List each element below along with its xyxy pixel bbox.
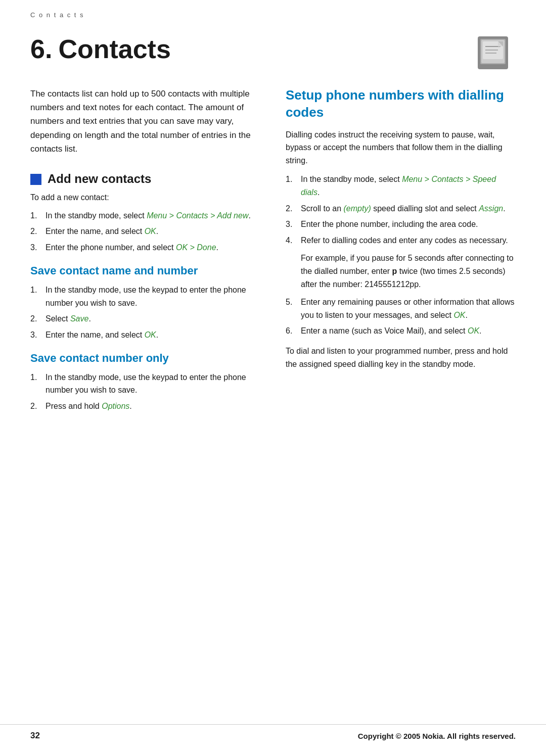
content-area: The contacts list can hold up to 500 con…: [0, 87, 546, 418]
setup-phone-title: Setup phone numbers with dialling codes: [286, 87, 516, 121]
ok-done-link: OK > Done: [176, 243, 216, 252]
add-new-contacts-title: Add new contacts: [48, 172, 151, 186]
chapter-number: 6.: [30, 34, 52, 64]
list-item: 5. Enter any remaining pauses or other i…: [286, 296, 516, 321]
chapter-icon: [475, 34, 516, 72]
list-item: 2. Scroll to an (empty) speed dialling s…: [286, 202, 516, 215]
empty-link: (empty): [343, 204, 371, 213]
footer: 32 Copyright © 2005 Nokia. All rights re…: [0, 724, 546, 741]
list-item: 3. Enter the name, and select OK.: [30, 328, 260, 342]
save-name-number-title: Save contact name and number: [30, 264, 260, 278]
list-item: 6. Enter a name (such as Voice Mail), an…: [286, 324, 516, 338]
chapter-title: Contacts: [58, 34, 170, 64]
ok-link: OK: [145, 227, 156, 235]
setup-phone-steps: 1. In the standby mode, select Menu > Co…: [286, 173, 516, 247]
assign-link: Assign: [479, 204, 503, 213]
list-item: 2. Select Save.: [30, 312, 260, 325]
list-item: 4. Refer to dialling codes and enter any…: [286, 234, 516, 247]
breadcrumb: C o n t a c t s: [0, 0, 546, 24]
list-item: 1. In the standby mode, use the keypad t…: [30, 371, 260, 397]
blue-square-icon: [30, 174, 41, 185]
intro-text: The contacts list can hold up to 500 con…: [30, 87, 260, 156]
closing-text: To dial and listen to your programmed nu…: [286, 345, 516, 370]
speed-dials-link: Menu > Contacts > Speed dials: [301, 175, 496, 197]
list-item: 1. In the standby mode, use the keypad t…: [30, 284, 260, 309]
save-name-number-steps: 1. In the standby mode, use the keypad t…: [30, 284, 260, 341]
list-item: 3. Enter the phone number, and select OK…: [30, 241, 260, 254]
add-new-contacts-heading: Add new contacts: [30, 172, 260, 186]
copyright-text: Copyright © 2005 Nokia. All rights reser…: [358, 732, 516, 740]
save-number-only-steps: 1. In the standby mode, use the keypad t…: [30, 371, 260, 413]
ok-link2: OK: [145, 330, 156, 339]
extra-note: For example, if you pause for 5 seconds …: [286, 252, 516, 291]
list-item: 3. Enter the phone number, including the…: [286, 218, 516, 231]
list-item: 1. In the standby mode, select Menu > Co…: [286, 173, 516, 199]
page-number: 32: [30, 731, 40, 741]
ok-link3: OK: [453, 311, 465, 319]
setup-phone-intro: Dialling codes instruct the receiving sy…: [286, 128, 516, 167]
add-contacts-intro: To add a new contact:: [30, 191, 260, 204]
list-item: 1. In the standby mode, select Menu > Co…: [30, 209, 260, 222]
list-item: 2. Press and hold Options.: [30, 400, 260, 413]
options-link: Options: [102, 402, 129, 410]
save-link: Save: [70, 314, 88, 323]
left-column: The contacts list can hold up to 500 con…: [30, 87, 260, 418]
page: C o n t a c t s 6. Contacts: [0, 0, 546, 756]
menu-link: Menu > Contacts > Add new: [147, 211, 248, 220]
save-number-only-title: Save contact number only: [30, 351, 260, 366]
right-column: Setup phone numbers with dialling codes …: [286, 87, 516, 418]
list-item: 2. Enter the name, and select OK.: [30, 225, 260, 238]
ok-link4: OK: [468, 326, 479, 335]
setup-phone-steps-2: 5. Enter any remaining pauses or other i…: [286, 296, 516, 338]
chapter-header: 6. Contacts: [0, 24, 546, 72]
add-contacts-steps: 1. In the standby mode, select Menu > Co…: [30, 209, 260, 254]
